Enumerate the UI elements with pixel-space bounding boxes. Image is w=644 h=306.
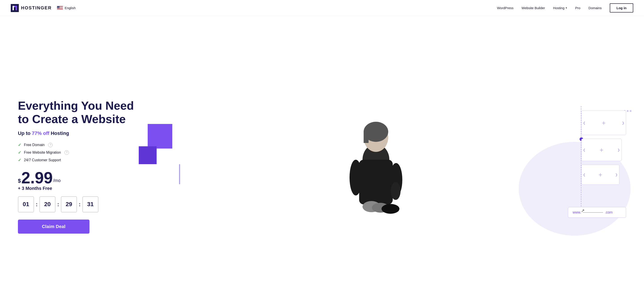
card-plus-1: ＋ — [600, 119, 607, 127]
feature-migration: ✓ Free Website Migration ? — [18, 150, 134, 155]
ui-card-3: ❮ ＋ ❯ — [581, 165, 620, 185]
countdown-timer: 01 : 20 : 29 : 31 — [18, 196, 134, 212]
svg-text:★★★★★★: ★★★★★★ — [57, 7, 63, 8]
svg-rect-0 — [11, 4, 19, 12]
countdown-minutes: 20 — [40, 196, 56, 212]
hero-subtitle: Up to 77% off Hosting — [18, 131, 134, 136]
card-nav-left-3[interactable]: ❮ — [583, 173, 586, 176]
logo-icon — [11, 4, 19, 12]
browser-dot-2 — [627, 110, 628, 112]
svg-rect-14 — [364, 132, 368, 143]
ui-card-2: ❮ ＋ ❯ — [581, 139, 622, 161]
domain-www: www. — [572, 210, 581, 214]
price-bonus: + 3 Months Free — [18, 186, 134, 191]
card-nav-left-1[interactable]: ❮ — [583, 121, 586, 125]
svg-point-16 — [350, 160, 362, 195]
countdown-frames: 31 — [82, 196, 98, 212]
card-nav-right-1[interactable]: ❯ — [622, 121, 624, 125]
card-nav-right-3[interactable]: ❯ — [615, 173, 618, 176]
language-label: English — [65, 6, 76, 10]
price-display: $ 2.99 /mo — [18, 170, 134, 186]
svg-point-21 — [382, 204, 400, 214]
countdown-hours: 01 — [18, 196, 34, 212]
svg-rect-7 — [57, 9, 63, 9]
check-icon-3: ✓ — [18, 158, 21, 162]
nav-link-hosting[interactable]: Hosting ▾ — [553, 6, 567, 10]
vertical-line-left — [179, 164, 180, 184]
chevron-down-icon: ▾ — [566, 6, 567, 9]
countdown-sep-1: : — [36, 201, 38, 207]
card-nav-right-2[interactable]: ❯ — [617, 148, 620, 152]
purple-square-1 — [148, 124, 172, 149]
svg-point-18 — [391, 182, 400, 200]
domain-input-mockup[interactable]: www. .com — [568, 207, 626, 218]
logo-text: HOSTINGER — [21, 5, 52, 10]
features-list: ✓ Free Domain ? ✓ Free Website Migration… — [18, 143, 134, 162]
pricing-section: $ 2.99 /mo + 3 Months Free — [18, 170, 134, 191]
language-selector[interactable]: ★★★★★★ English — [57, 6, 76, 10]
ui-cards: ❮ ＋ ❯ ❮ ＋ ❯ ❮ ＋ ❯ — [581, 111, 626, 185]
card-plus-3: ＋ — [597, 170, 604, 179]
feature-free-domain: ✓ Free Domain ? — [18, 143, 134, 148]
nav-link-domains[interactable]: Domains — [588, 6, 602, 10]
countdown-seconds: 29 — [61, 196, 77, 212]
hero-visual: ❮ ＋ ❯ ❮ ＋ ❯ ❮ ＋ ❯ www. .com — [134, 102, 626, 231]
check-icon-1: ✓ — [18, 143, 21, 148]
hero-person — [334, 115, 418, 231]
svg-rect-15 — [359, 160, 393, 204]
price-dollar: $ — [18, 178, 21, 184]
info-icon-2[interactable]: ? — [64, 150, 69, 155]
navbar-right: WordPress Website Builder Hosting ▾ Pro … — [497, 3, 633, 12]
countdown-sep-3: : — [79, 201, 80, 207]
person-svg — [338, 115, 414, 231]
nav-link-website-builder[interactable]: Website Builder — [522, 6, 545, 10]
cursor-arrow-icon: ↗ — [581, 208, 585, 213]
browser-dot-3 — [630, 110, 632, 112]
discount-text: 77% off — [32, 131, 49, 136]
domain-com: .com — [605, 210, 613, 214]
domain-underline — [583, 212, 603, 213]
card-nav-left-2[interactable]: ❮ — [583, 148, 586, 152]
flag-icon: ★★★★★★ — [57, 6, 63, 10]
svg-rect-8 — [57, 9, 63, 10]
claim-deal-button[interactable]: Claim Deal — [18, 220, 90, 234]
purple-square-2 — [139, 146, 157, 164]
logo[interactable]: HOSTINGER — [11, 4, 52, 12]
hero-content: Everything You Need to Create a Website … — [18, 99, 134, 234]
card-plus-2: ＋ — [598, 146, 604, 154]
navbar: HOSTINGER ★★★★★★ English WordPress Websi… — [0, 0, 644, 16]
login-button[interactable]: Log in — [610, 3, 633, 12]
countdown-sep-2: : — [57, 201, 59, 207]
feature-support: ✓ 24/7 Customer Support — [18, 158, 134, 162]
nav-link-wordpress[interactable]: WordPress — [497, 6, 514, 10]
nav-link-pro[interactable]: Pro — [575, 6, 580, 10]
price-amount: 2.99 — [21, 170, 52, 186]
info-icon-1[interactable]: ? — [48, 143, 52, 147]
hero-title: Everything You Need to Create a Website — [18, 99, 134, 126]
check-icon-2: ✓ — [18, 150, 21, 155]
price-period: /mo — [53, 178, 61, 183]
navbar-left: HOSTINGER ★★★★★★ English — [11, 4, 76, 12]
hero-section: Everything You Need to Create a Website … — [0, 16, 644, 306]
ui-card-1: ❮ ＋ ❯ — [581, 111, 626, 135]
